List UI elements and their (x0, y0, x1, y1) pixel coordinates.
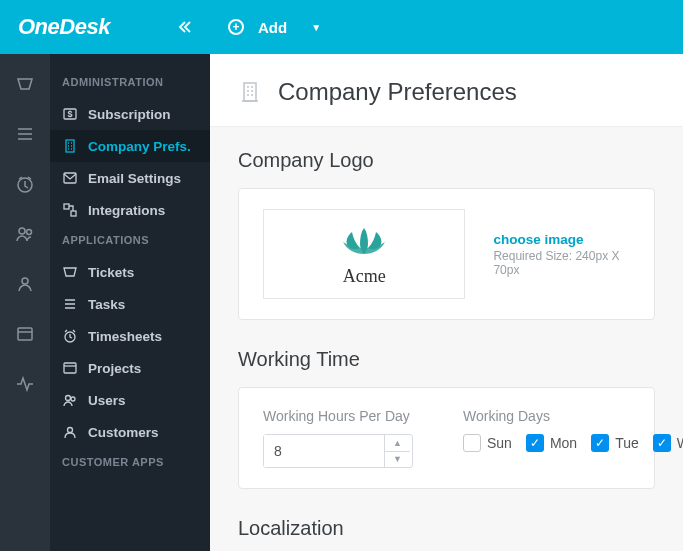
sidebar-header-administration: ADMINISTRATION (50, 68, 210, 98)
company-logo-preview: Acme (263, 209, 465, 299)
checkbox-checked-icon: ✓ (653, 434, 671, 452)
working-time-panel: Working Hours Per Day ▲ ▼ Working Days S… (238, 387, 655, 489)
iconbar-activity-icon[interactable] (15, 374, 35, 394)
sidebar-item-customers[interactable]: Customers (50, 416, 210, 448)
days-row: Sun ✓Mon ✓Tue ✓Wed (463, 434, 683, 452)
svg-rect-10 (71, 211, 76, 216)
sidebar-item-timesheets[interactable]: Timesheets (50, 320, 210, 352)
logo-panel: Acme choose image Required Size: 240px X… (238, 188, 655, 320)
sidebar-item-subscription[interactable]: $ Subscription (50, 98, 210, 130)
iconbar-projects-icon[interactable] (15, 324, 35, 344)
section-working-time: Working Time Working Hours Per Day ▲ ▼ W… (210, 326, 683, 495)
day-sun[interactable]: Sun (463, 434, 512, 452)
svg-rect-16 (244, 83, 256, 101)
working-hours-stepper[interactable]: ▲ ▼ (263, 434, 413, 468)
checkbox-checked-icon: ✓ (526, 434, 544, 452)
day-wed[interactable]: ✓Wed (653, 434, 683, 452)
svg-rect-12 (64, 363, 76, 373)
company-icon (62, 138, 78, 154)
working-hours-field: Working Hours Per Day ▲ ▼ (263, 408, 413, 468)
company-icon (238, 80, 262, 104)
sidebar-item-integrations[interactable]: Integrations (50, 194, 210, 226)
chevron-double-left-icon (178, 20, 192, 34)
svg-point-14 (71, 397, 75, 401)
sidebar-item-label: Integrations (88, 203, 165, 218)
day-tue[interactable]: ✓Tue (591, 434, 639, 452)
svg-point-3 (22, 278, 28, 284)
page-title-row: Company Preferences (210, 54, 683, 127)
chevron-down-icon: ▼ (311, 22, 321, 33)
svg-rect-8 (64, 173, 76, 183)
svg-text:$: $ (67, 109, 72, 119)
sidebar-item-label: Company Prefs. (88, 139, 191, 154)
svg-point-13 (66, 396, 71, 401)
sidebar-item-users[interactable]: Users (50, 384, 210, 416)
checkbox-checked-icon: ✓ (591, 434, 609, 452)
iconbar (0, 54, 50, 551)
sidebar-header-applications: APPLICATIONS (50, 226, 210, 256)
sidebar: ADMINISTRATION $ Subscription Company Pr… (50, 54, 210, 551)
collapse-sidebar-button[interactable] (178, 20, 192, 34)
logo-chooser: choose image Required Size: 240px X 70px (493, 232, 630, 277)
working-hours-input[interactable] (264, 435, 384, 467)
svg-rect-4 (18, 328, 32, 340)
subscription-icon: $ (62, 106, 78, 122)
svg-point-1 (19, 228, 25, 234)
working-hours-label: Working Hours Per Day (263, 408, 413, 424)
main-content: Company Preferences Company Logo Acme ch… (210, 54, 683, 551)
iconbar-tickets-icon[interactable] (15, 74, 35, 94)
sidebar-item-company-prefs[interactable]: Company Prefs. (50, 130, 210, 162)
lotus-icon (337, 222, 391, 262)
sidebar-item-projects[interactable]: Projects (50, 352, 210, 384)
email-icon (62, 170, 78, 186)
sidebar-item-label: Email Settings (88, 171, 181, 186)
choose-image-link[interactable]: choose image (493, 232, 630, 247)
checkbox-icon (463, 434, 481, 452)
tasks-icon (62, 296, 78, 312)
sidebar-item-label: Tasks (88, 297, 125, 312)
stepper-arrows: ▲ ▼ (384, 435, 410, 467)
brand-logo: OneDesk (18, 14, 110, 40)
sidebar-header-customer-apps: CUSTOMER APPS (50, 448, 210, 478)
working-days-label: Working Days (463, 408, 683, 424)
iconbar-users-icon[interactable] (15, 224, 35, 244)
section-title: Company Logo (238, 149, 655, 172)
section-title: Working Time (238, 348, 655, 371)
add-label: Add (258, 19, 287, 36)
add-button[interactable]: + Add ▼ (210, 19, 339, 36)
projects-icon (62, 360, 78, 376)
sidebar-item-label: Users (88, 393, 126, 408)
svg-rect-7 (66, 140, 74, 152)
iconbar-tasks-icon[interactable] (15, 124, 35, 144)
working-days-field: Working Days Sun ✓Mon ✓Tue ✓Wed (463, 408, 683, 468)
company-logo-name: Acme (343, 266, 386, 287)
timesheets-icon (62, 328, 78, 344)
svg-point-15 (68, 428, 73, 433)
required-size-label: Required Size: 240px X 70px (493, 249, 630, 277)
sidebar-item-tickets[interactable]: Tickets (50, 256, 210, 288)
sidebar-item-label: Subscription (88, 107, 171, 122)
step-up-button[interactable]: ▲ (385, 435, 410, 452)
section-title: Localization (238, 517, 655, 540)
section-company-logo: Company Logo Acme choose image Required … (210, 127, 683, 326)
sidebar-item-label: Tickets (88, 265, 134, 280)
sidebar-item-email-settings[interactable]: Email Settings (50, 162, 210, 194)
users-icon (62, 392, 78, 408)
sidebar-item-label: Customers (88, 425, 159, 440)
svg-rect-9 (64, 204, 69, 209)
plus-circle-icon: + (228, 19, 244, 35)
page-title: Company Preferences (278, 78, 517, 106)
integrations-icon (62, 202, 78, 218)
sidebar-item-tasks[interactable]: Tasks (50, 288, 210, 320)
topbar: OneDesk + Add ▼ (0, 0, 683, 54)
tickets-icon (62, 264, 78, 280)
logo-area: OneDesk (0, 14, 210, 40)
day-mon[interactable]: ✓Mon (526, 434, 577, 452)
customers-icon (62, 424, 78, 440)
iconbar-timesheets-icon[interactable] (15, 174, 35, 194)
iconbar-customers-icon[interactable] (15, 274, 35, 294)
step-down-button[interactable]: ▼ (385, 452, 410, 468)
sidebar-item-label: Timesheets (88, 329, 162, 344)
sidebar-item-label: Projects (88, 361, 141, 376)
svg-point-2 (27, 230, 32, 235)
